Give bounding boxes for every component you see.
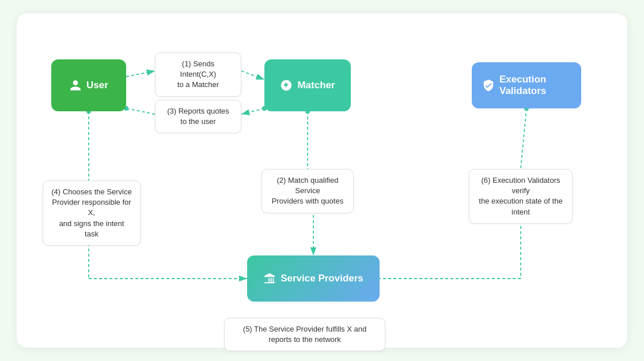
svg-line-2	[126, 71, 155, 77]
step2-text: (2) Match qualified ServiceProviders wit…	[272, 176, 343, 205]
step6-label: (6) Execution Validators verifythe execu…	[469, 169, 573, 224]
exec-validators-node: Execution Validators	[472, 62, 581, 108]
user-label: User	[86, 80, 108, 91]
svg-line-4	[241, 108, 264, 114]
building-icon	[263, 272, 276, 285]
step2-label: (2) Match qualified ServiceProviders wit…	[262, 169, 354, 213]
step1-text: (1) Sends Intent(C,X)to a Matcher	[177, 59, 219, 89]
service-providers-node: Service Providers	[247, 255, 380, 302]
step5-label: (5) The Service Provider fulfills X and …	[224, 318, 385, 351]
matcher-icon	[280, 79, 293, 92]
service-providers-label: Service Providers	[281, 273, 363, 284]
diagram-container: User Matcher Execution Validators Servic…	[17, 13, 627, 348]
matcher-label: Matcher	[297, 80, 335, 91]
step1-label: (1) Sends Intent(C,X)to a Matcher	[155, 52, 241, 97]
step4-label: (4) Chooses the ServiceProvider responsi…	[43, 180, 141, 246]
shield-icon	[482, 79, 495, 92]
step3-text: (3) Reports quotesto the user	[167, 107, 229, 126]
svg-line-5	[126, 108, 155, 114]
step6-text: (6) Execution Validators verifythe execu…	[479, 176, 562, 216]
user-icon	[69, 79, 82, 92]
svg-line-15	[521, 108, 526, 169]
step4-text: (4) Chooses the ServiceProvider responsi…	[51, 187, 131, 238]
exec-validators-label: Execution Validators	[499, 74, 571, 97]
matcher-node: Matcher	[264, 59, 351, 111]
user-node: User	[51, 59, 126, 111]
step5-text: (5) The Service Provider fulfills X and …	[243, 325, 366, 344]
svg-line-3	[241, 71, 264, 80]
step3-label: (3) Reports quotesto the user	[155, 100, 241, 133]
